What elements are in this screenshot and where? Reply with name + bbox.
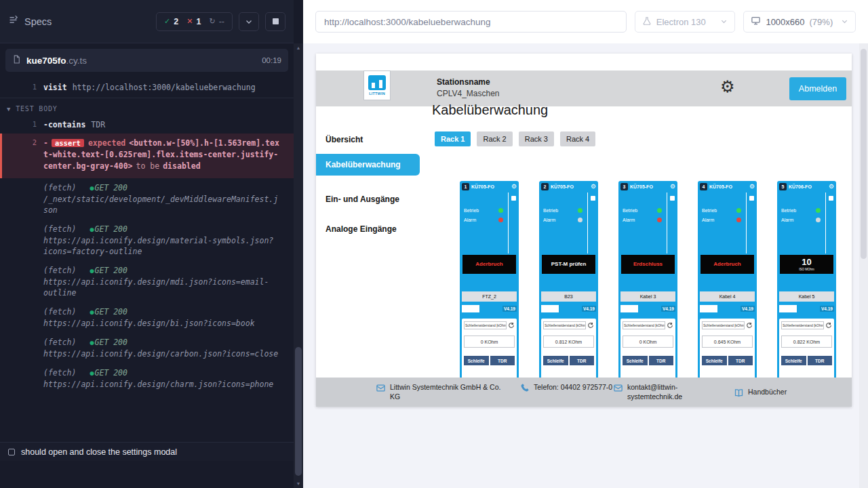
schleife-button[interactable]: Schleife [543,356,568,365]
x-icon: ✕ [186,17,193,26]
alarm-label: Alarm [464,218,476,222]
fetch-status: GET 200 [95,224,127,234]
address-input[interactable] [315,11,627,33]
command-name: visit [43,83,67,92]
footer-manuals-link[interactable]: Handbücher [748,387,787,396]
betrieb-row: Betrieb [702,208,741,213]
viewport-selector[interactable]: 1000x660 (79%) [743,11,856,33]
card-mini-input[interactable] [462,305,479,312]
mail-icon [376,383,386,396]
viewport-zoom: (79%) [810,17,833,27]
card-divider [667,192,667,253]
card-gear-icon[interactable]: ⚙ [670,184,675,190]
scrollbar-thumb[interactable] [861,49,867,259]
card-checkbox[interactable] [591,196,595,201]
schleife-button[interactable]: Schleife [781,356,806,365]
refresh-icon[interactable] [746,322,753,329]
browser-selector[interactable]: Electron 130 [635,11,736,33]
schleife-button[interactable]: Schleife [464,356,489,365]
refresh-icon[interactable] [508,322,515,329]
pending-count: -- [219,17,224,26]
sidebar-item-analoge-eingaenge[interactable]: Analoge Eingänge [326,224,397,234]
card-gear-icon[interactable]: ⚙ [591,184,596,190]
alarm-label: Alarm [543,218,555,222]
betrieb-led [498,208,503,213]
app-header: LITTWIN Stationsname CPLV4_Maschen ⚙ Abm… [316,70,852,106]
resistance-label: Schleifenwiderstand [kOhm] [781,321,824,329]
cable-name-field[interactable]: Kabel 4 [700,291,755,302]
sidebar-item-ein-und-ausgaenge[interactable]: Ein- und Ausgänge [326,195,399,204]
reporter-scrollbar[interactable]: ▲ ▼ [294,43,303,488]
page-scrollbar[interactable] [859,43,868,488]
check-icon: ✓ [164,17,170,26]
betrieb-label: Betrieb [781,208,796,213]
tab-rack-3[interactable]: Rack 3 [519,131,554,146]
next-test-row[interactable]: should open and close the settings modal [0,442,294,461]
card-gear-icon[interactable]: ⚙ [749,184,755,190]
card-checkbox[interactable] [670,196,675,201]
schleife-button[interactable]: Schleife [702,356,727,365]
alarm-row: Alarm [702,218,741,222]
sidebar-item-uebersicht[interactable]: Übersicht [326,135,363,144]
fetch-url: https://api.iconify.design/bi.json?icons… [43,318,283,329]
contains-command-row[interactable]: 1 -containsTDR [0,117,294,132]
browser-name: Electron 130 [656,17,706,27]
card-mini-input[interactable] [700,305,717,312]
specs-link[interactable]: Specs [24,16,52,27]
tab-rack-4[interactable]: Rack 4 [560,131,595,146]
refresh-icon[interactable] [825,322,832,329]
spec-file-row[interactable]: kue705fo.cy.ts 00:19 [5,49,288,72]
passed-count: 2 [174,17,178,26]
network-log-row[interactable]: (fetch)●GET 200 https://api.iconify.desi… [0,302,294,333]
visit-command-row[interactable]: 1 visithttp://localhost:3000/kabelueberw… [0,80,294,98]
scrollbar-thumb[interactable] [295,347,302,476]
refresh-icon[interactable] [587,322,594,329]
scroll-up-icon[interactable]: ▲ [294,43,303,52]
card-gear-icon[interactable]: ⚙ [829,184,834,190]
network-log-row[interactable]: (fetch)●GET 200 https://api.iconify.desi… [0,363,294,394]
resistance-label: Schleifenwiderstand [kOhm] [464,321,507,329]
card-mini-input[interactable] [620,305,638,312]
card-gear-icon[interactable]: ⚙ [511,184,517,190]
line-number: 1 [0,82,43,93]
tdr-button[interactable]: TDR [490,356,515,365]
schleife-button[interactable]: Schleife [623,356,648,365]
tab-rack-1[interactable]: Rack 1 [435,131,471,146]
tdr-button[interactable]: TDR [649,356,674,365]
card-checkbox[interactable] [511,196,516,201]
settings-gear-icon[interactable]: ⚙ [720,79,735,95]
card-checkbox[interactable] [829,196,833,201]
tdr-button[interactable]: TDR [808,356,833,365]
scroll-down-icon[interactable]: ▼ [294,479,303,488]
card-mini-input[interactable] [541,305,559,312]
alarm-led [657,218,662,222]
status-text: Aderbruch [713,262,741,268]
logout-button[interactable]: Abmelden [789,77,846,100]
failed-assert-row[interactable]: 2 -assertexpected<button.w-[50%].h-[1.56… [0,134,294,178]
refresh-icon[interactable] [667,322,673,329]
stop-button[interactable] [265,12,285,31]
collapse-button[interactable] [239,12,259,31]
betrieb-led [657,208,662,213]
network-log-row[interactable]: (fetch)●GET 200 https://api.iconify.desi… [0,261,294,302]
fetch-status: GET 200 [95,338,127,347]
sidebar-item-kabelueberwachung[interactable]: Kabelüberwachung [316,154,420,176]
tab-rack-2[interactable]: Rack 2 [477,131,512,146]
card-divider [587,192,588,253]
tdr-button[interactable]: TDR [728,356,753,365]
test-body-section[interactable]: ▼ TEST BODY [0,98,294,117]
cable-name-field[interactable]: B23 [541,291,596,302]
tdr-button[interactable]: TDR [570,356,595,365]
card-buttons: Schleife TDR [464,356,515,365]
network-log-row[interactable]: (fetch)●GET 200 /_next/static/developmen… [0,178,294,220]
card-mini-input[interactable] [779,305,797,312]
cable-name-field[interactable]: Kabel 3 [620,291,675,302]
network-log-row[interactable]: (fetch)●GET 200 https://api.iconify.desi… [0,220,294,261]
failed-count: 1 [197,17,201,26]
status-display: Aderbruch [462,255,516,274]
cable-name-field[interactable]: FTZ_2 [462,291,517,302]
card-checkbox[interactable] [749,196,754,201]
assert-expected: expected [88,138,125,148]
cable-name-field[interactable]: Kabel 5 [779,291,834,302]
network-log-row[interactable]: (fetch)●GET 200 https://api.iconify.desi… [0,333,294,363]
